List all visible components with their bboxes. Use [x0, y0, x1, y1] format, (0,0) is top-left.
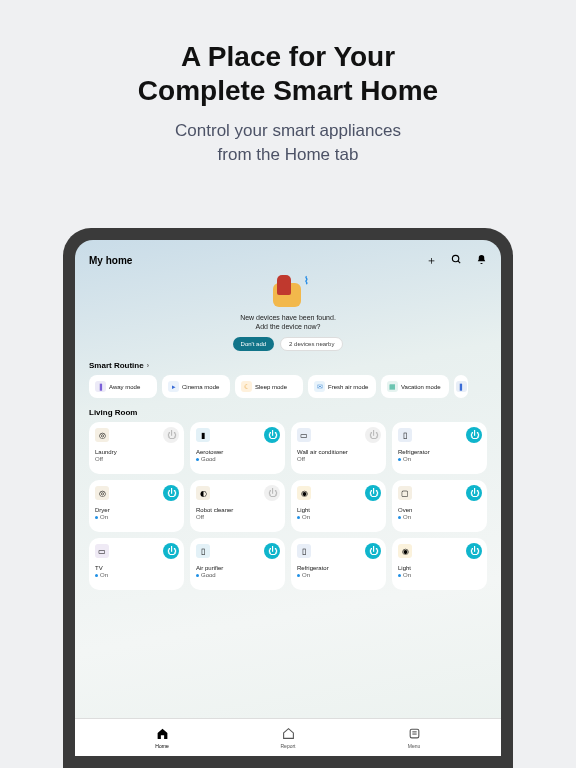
device-card-light-2[interactable]: ◉ ⏻ Light On [392, 538, 487, 590]
power-icon[interactable]: ⏻ [264, 543, 280, 559]
nav-home[interactable]: Home [99, 719, 225, 756]
power-icon[interactable]: ⏻ [163, 485, 179, 501]
device-card-tv[interactable]: ▭ ⏻ TV On [89, 538, 184, 590]
routine-fresh-air[interactable]: ✉Fresh air mode [308, 375, 376, 398]
power-icon[interactable]: ⏻ [365, 485, 381, 501]
routine-sleep[interactable]: ☾Sleep mode [235, 375, 303, 398]
device-grid: ◎ ⏻ Laundry Off ▮ ⏻ Aerotower Good ▭ ⏻ W… [75, 422, 501, 590]
routine-vacation[interactable]: ▦Vacation mode [381, 375, 449, 398]
air-purifier-icon: ▯ [196, 544, 210, 558]
menu-icon [408, 727, 421, 742]
home-title[interactable]: My home [89, 255, 132, 266]
svg-line-1 [458, 261, 460, 263]
aerotower-icon: ▮ [196, 428, 210, 442]
devices-nearby-button[interactable]: 2 devices nearby [280, 337, 343, 351]
device-card-air-purifier[interactable]: ▯ ⏻ Air purifier Good [190, 538, 285, 590]
report-icon [282, 727, 295, 742]
nav-report[interactable]: Report [225, 719, 351, 756]
routine-cinema[interactable]: ▸Cinema mode [162, 375, 230, 398]
power-icon[interactable]: ⏻ [163, 427, 179, 443]
home-icon [156, 727, 169, 742]
device-card-light[interactable]: ◉ ⏻ Light On [291, 480, 386, 532]
hero-illustration-icon: ⌇ [269, 275, 307, 309]
svg-point-0 [452, 255, 458, 261]
smart-routine-header[interactable]: Smart Routine › [75, 351, 501, 375]
power-icon[interactable]: ⏻ [264, 427, 280, 443]
laundry-icon: ◎ [95, 428, 109, 442]
device-card-oven[interactable]: ▢ ⏻ Oven On [392, 480, 487, 532]
search-icon[interactable] [451, 254, 462, 267]
topbar: My home ＋ [75, 240, 501, 273]
device-card-wall-ac[interactable]: ▭ ⏻ Wall air conditioner Off [291, 422, 386, 474]
power-icon[interactable]: ⏻ [264, 485, 280, 501]
power-icon[interactable]: ⏻ [466, 427, 482, 443]
routine-list: ❚Away mode ▸Cinema mode ☾Sleep mode ✉Fre… [75, 375, 501, 398]
tv-icon: ▭ [95, 544, 109, 558]
refrigerator-icon: ▯ [398, 428, 412, 442]
light-icon: ◉ [398, 544, 412, 558]
power-icon[interactable]: ⏻ [163, 543, 179, 559]
bell-icon[interactable] [476, 254, 487, 267]
add-icon[interactable]: ＋ [426, 255, 437, 266]
bottom-nav: Home Report Menu [75, 718, 501, 756]
refrigerator-icon: ▯ [297, 544, 311, 558]
device-card-aerotower[interactable]: ▮ ⏻ Aerotower Good [190, 422, 285, 474]
power-icon[interactable]: ⏻ [365, 543, 381, 559]
hero-banner: ⌇ New devices have been found.Add the de… [75, 275, 501, 351]
device-card-robot-cleaner[interactable]: ◐ ⏻ Robot cleaner Off [190, 480, 285, 532]
hero-text: New devices have been found.Add the devi… [240, 313, 336, 331]
dont-add-button[interactable]: Don't add [233, 337, 275, 351]
routine-more[interactable]: ❚ [454, 375, 468, 398]
air-conditioner-icon: ▭ [297, 428, 311, 442]
power-icon[interactable]: ⏻ [466, 485, 482, 501]
tablet-frame: My home ＋ ⌇ New devices have been found.… [63, 228, 513, 768]
oven-icon: ▢ [398, 486, 412, 500]
robot-cleaner-icon: ◐ [196, 486, 210, 500]
device-card-laundry[interactable]: ◎ ⏻ Laundry Off [89, 422, 184, 474]
power-icon[interactable]: ⏻ [466, 543, 482, 559]
nav-menu[interactable]: Menu [351, 719, 477, 756]
chevron-right-icon: › [147, 362, 149, 369]
power-icon[interactable]: ⏻ [365, 427, 381, 443]
promo-subtitle: Control your smart appliances from the H… [0, 119, 576, 167]
device-card-refrigerator[interactable]: ▯ ⏻ Refrigerator On [392, 422, 487, 474]
tablet-screen: My home ＋ ⌇ New devices have been found.… [75, 240, 501, 756]
device-card-dryer[interactable]: ◎ ⏻ Dryer On [89, 480, 184, 532]
dryer-icon: ◎ [95, 486, 109, 500]
routine-away[interactable]: ❚Away mode [89, 375, 157, 398]
light-icon: ◉ [297, 486, 311, 500]
promo-title: A Place for Your Complete Smart Home [0, 0, 576, 107]
living-room-header[interactable]: Living Room [75, 398, 501, 422]
device-card-refrigerator-2[interactable]: ▯ ⏻ Refrigerator On [291, 538, 386, 590]
